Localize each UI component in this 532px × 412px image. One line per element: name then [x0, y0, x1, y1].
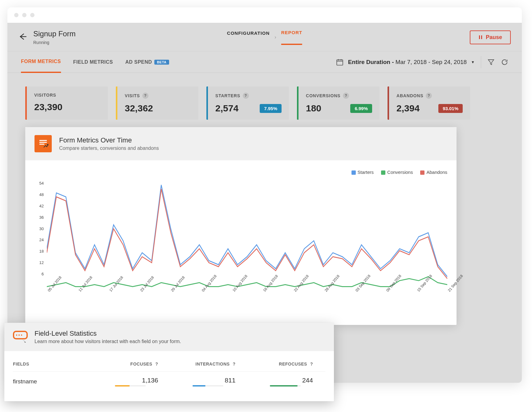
crumb-configuration[interactable]: CONFIGURATION	[227, 30, 270, 44]
svg-rect-3	[39, 140, 47, 141]
cell-value: 244	[248, 377, 313, 384]
back-button[interactable]	[18, 32, 27, 42]
window-max-dot[interactable]	[30, 13, 35, 17]
card-label: VISITS	[125, 93, 140, 98]
topbar: Signup Form Running CONFIGURATION › REPO…	[7, 23, 522, 51]
help-icon[interactable]: ?	[426, 93, 432, 99]
card-value: 2,574	[215, 103, 238, 114]
card-value: 23,390	[34, 102, 63, 112]
col-refocuses: REFOCUSES?	[248, 362, 325, 366]
metric-card-conversions[interactable]: CONVERSIONS?1806.99%	[297, 86, 380, 120]
chart-header: Form Metrics Over Time Compare starters,…	[25, 127, 457, 160]
help-icon[interactable]: ?	[310, 362, 313, 366]
svg-rect-4	[39, 142, 47, 143]
pause-icon	[478, 35, 483, 39]
card-label: ABANDONS	[396, 93, 423, 98]
cell-value: 1,136	[93, 377, 158, 384]
date-prefix: Entire Duration -	[348, 59, 394, 65]
tab-form-metrics[interactable]: FORM METRICS	[21, 51, 61, 73]
metric-card-visits[interactable]: VISITS?32,362	[116, 86, 198, 120]
fls-header: Field-Level Statistics Learn more about …	[4, 323, 334, 351]
cell-value: 811	[170, 377, 235, 384]
help-icon[interactable]: ?	[243, 93, 249, 99]
help-icon[interactable]: ?	[155, 362, 158, 366]
svg-point-8	[18, 334, 20, 336]
field-name: firstname	[13, 378, 93, 385]
page-title: Signup Form	[33, 30, 75, 38]
help-icon[interactable]: ?	[233, 362, 236, 366]
chart-legend: Starters Conversions Abandons	[35, 170, 447, 175]
col-focuses: FOCUSES?	[93, 362, 170, 366]
date-range-picker[interactable]: Entire Duration - Mar 7, 2018 - Sep 24, …	[336, 58, 475, 66]
svg-point-7	[16, 334, 17, 336]
subbar: FORM METRICS FIELD METRICS AD SPEND BETA…	[7, 51, 522, 73]
subbar-right: Entire Duration - Mar 7, 2018 - Sep 24, …	[336, 56, 508, 68]
tab-ad-spend-label: AD SPEND	[125, 59, 152, 65]
field-icon	[13, 330, 28, 344]
metric-card-visitors[interactable]: VISITORS23,390	[25, 86, 108, 120]
chart-area: 54484236302418126	[35, 181, 447, 289]
x-axis-ticks: 05 Jul 201811 Jul 201817 Jul 201823 Jul …	[35, 290, 447, 294]
pause-label: Pause	[486, 34, 502, 41]
calendar-icon	[336, 58, 344, 66]
report-icon	[35, 135, 52, 152]
card-badge: 93.01%	[438, 104, 463, 113]
chart-subtitle: Compare starters, conversions and abando…	[59, 146, 159, 151]
page-status: Running	[33, 40, 75, 45]
svg-rect-2	[337, 60, 343, 65]
window-min-dot[interactable]	[22, 13, 26, 17]
chevron-down-icon: ▼	[471, 60, 475, 64]
fls-title: Field-Level Statistics	[35, 330, 181, 338]
help-icon[interactable]: ?	[142, 93, 148, 99]
y-axis-ticks: 54484236302418126	[35, 181, 44, 276]
fls-table-head: FIELDS FOCUSES? INTERACTIONS? REFOCUSES?	[13, 357, 325, 372]
tab-field-metrics[interactable]: FIELD METRICS	[73, 52, 113, 72]
svg-rect-6	[14, 331, 27, 339]
beta-badge: BETA	[154, 60, 169, 65]
chart-title: Form Metrics Over Time	[59, 136, 159, 144]
card-badge: 7.95%	[260, 104, 282, 113]
breadcrumb: CONFIGURATION › REPORT	[227, 30, 302, 45]
divider	[481, 56, 481, 68]
crumb-report[interactable]: REPORT	[281, 30, 303, 45]
tab-ad-spend[interactable]: AD SPEND BETA	[125, 52, 169, 72]
title-block: Signup Form Running	[33, 30, 75, 45]
date-range-text: Mar 7, 2018 - Sep 24, 2018	[396, 59, 467, 65]
metric-card-abandons[interactable]: ABANDONS?2,39493.01%	[388, 86, 470, 120]
fls-subtitle: Learn more about how visitors interact w…	[35, 339, 181, 344]
svg-rect-5	[39, 144, 44, 145]
svg-rect-0	[479, 35, 480, 39]
metric-card-starters[interactable]: STARTERS?2,5747.95%	[206, 86, 289, 120]
main-area: Signup Form Running CONFIGURATION › REPO…	[7, 23, 522, 383]
pause-button[interactable]: Pause	[470, 30, 511, 44]
card-label: STARTERS	[215, 93, 240, 98]
window-controls	[7, 7, 522, 23]
fls-row[interactable]: firstname1,136811244	[13, 372, 325, 391]
svg-point-9	[21, 334, 22, 336]
chevron-right-icon: ›	[274, 34, 276, 40]
card-value: 2,394	[396, 103, 420, 114]
col-interactions: INTERACTIONS?	[170, 362, 248, 366]
window-close-dot[interactable]	[14, 13, 18, 17]
metric-cards: VISITORS23,390VISITS?32,362STARTERS?2,57…	[7, 73, 488, 127]
filter-icon[interactable]	[487, 58, 495, 66]
card-value: 180	[306, 103, 321, 114]
card-badge: 6.99%	[350, 104, 372, 113]
line-chart	[47, 181, 447, 289]
card-value: 32,362	[125, 103, 153, 114]
app-window: Signup Form Running CONFIGURATION › REPO…	[7, 7, 522, 383]
legend-abandons[interactable]: Abandons	[420, 170, 447, 175]
fls-table: FIELDS FOCUSES? INTERACTIONS? REFOCUSES?…	[4, 351, 334, 401]
svg-rect-1	[481, 35, 482, 39]
card-label: VISITORS	[34, 93, 56, 98]
help-icon[interactable]: ?	[343, 93, 349, 99]
legend-conversions[interactable]: Conversions	[381, 170, 413, 175]
chart-card: Form Metrics Over Time Compare starters,…	[25, 127, 457, 325]
chart-body: Starters Conversions Abandons 5448423630…	[25, 160, 457, 325]
field-level-stats-panel: Field-Level Statistics Learn more about …	[4, 323, 334, 401]
col-fields: FIELDS	[13, 362, 93, 366]
refresh-icon[interactable]	[501, 58, 508, 66]
legend-starters[interactable]: Starters	[351, 170, 374, 175]
card-label: CONVERSIONS	[306, 93, 340, 98]
